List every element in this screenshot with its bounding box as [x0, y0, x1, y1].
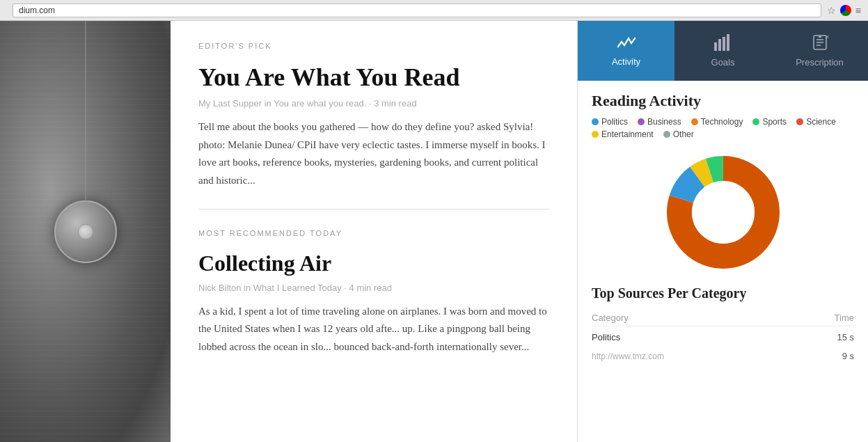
activity-panel: Activity Goals [577, 21, 868, 442]
row1-time: 15 s [798, 326, 854, 346]
most-recommended-label: MOST RECOMMENDED TODAY [198, 229, 549, 237]
goals-icon [714, 34, 732, 53]
sports-dot [752, 118, 759, 125]
row1-category: Politics [592, 326, 798, 346]
reading-activity-title: Reading Activity [578, 81, 868, 117]
legend-politics-label: Politics [601, 117, 628, 127]
col-time: Time [798, 310, 854, 326]
legend-item-science: Science [796, 117, 836, 127]
activity-icon [617, 35, 636, 52]
legend-sports-label: Sports [762, 117, 787, 127]
article1-meta: My Last Supper in You are what you read.… [198, 98, 549, 109]
top-sources-title: Top Sources Per Category [592, 285, 854, 301]
source-url[interactable]: http://www.tmz.com [592, 352, 664, 361]
activity-content: Reading Activity Politics Business Techn… [578, 81, 868, 442]
browser-url[interactable]: dium.com [13, 3, 821, 17]
legend-other-label: Other [673, 129, 694, 139]
svg-rect-1 [718, 39, 721, 51]
tab-activity-label: Activity [612, 56, 640, 67]
legend-technology-label: Technology [701, 117, 743, 127]
legend-item-sports: Sports [752, 117, 787, 127]
article2-meta: Nick Bilton in What I Learned Today · 4 … [198, 283, 549, 293]
tab-prescription[interactable]: ✕ Prescription [771, 21, 868, 81]
legend-item-other: Other [663, 129, 694, 139]
technology-dot [691, 118, 698, 125]
svg-rect-0 [714, 42, 717, 51]
svg-rect-3 [727, 34, 729, 51]
browser-icons: ☆ ≡ [827, 5, 861, 16]
section-divider [198, 209, 549, 210]
article2-excerpt: As a kid, I spent a lot of time travelin… [198, 303, 549, 356]
legend-science-label: Science [806, 117, 836, 127]
legend-item-politics: Politics [592, 117, 628, 127]
donut-chart [661, 150, 786, 275]
legend-item-entertainment: Entertainment [592, 129, 654, 139]
table-row: Politics 15 s [592, 326, 854, 346]
svg-text:✕: ✕ [825, 34, 829, 40]
sources-table: Category Time Politics 15 s http://www.t… [592, 310, 854, 364]
legend-entertainment-label: Entertainment [601, 129, 654, 139]
browser-chrome: dium.com ☆ ≡ [0, 0, 868, 21]
menu-icon[interactable]: ≡ [855, 5, 861, 16]
entertainment-dot [592, 131, 599, 138]
tab-goals-label: Goals [711, 57, 735, 68]
legend-business-label: Business [647, 117, 681, 127]
business-dot [638, 118, 645, 125]
main-area: EDITOR'S PICK You Are What You Read My L… [0, 21, 868, 442]
chrome-icon [840, 5, 851, 16]
legend-item-business: Business [638, 117, 681, 127]
col-category: Category [592, 310, 798, 326]
article1-title[interactable]: You Are What You Read [198, 63, 549, 93]
legend-item-technology: Technology [691, 117, 743, 127]
photo-panel [0, 21, 171, 442]
tab-activity[interactable]: Activity [578, 21, 674, 81]
article1-excerpt: Tell me about the books you gathered — h… [198, 118, 549, 189]
top-sources-section: Top Sources Per Category Category Time P… [578, 285, 868, 364]
row2-url: http://www.tmz.com [592, 345, 798, 364]
editors-pick-label: EDITOR'S PICK [198, 42, 549, 50]
article2-title[interactable]: Collecting Air [198, 250, 549, 276]
donut-chart-container [578, 146, 868, 285]
tab-goals[interactable]: Goals [674, 21, 771, 81]
star-icon[interactable]: ☆ [827, 5, 836, 16]
science-dot [796, 118, 803, 125]
table-row: http://www.tmz.com 9 s [592, 345, 854, 364]
row2-time: 9 s [798, 345, 854, 364]
prescription-icon: ✕ [811, 34, 829, 53]
tab-prescription-label: Prescription [796, 57, 844, 68]
tab-bar: Activity Goals [578, 21, 868, 81]
svg-point-14 [692, 181, 755, 244]
articles-panel: EDITOR'S PICK You Are What You Read My L… [171, 21, 577, 442]
other-dot [663, 131, 670, 138]
svg-rect-2 [723, 37, 725, 51]
politics-dot [592, 118, 599, 125]
background-image [0, 21, 171, 442]
legend: Politics Business Technology Sports Scie… [578, 117, 868, 146]
